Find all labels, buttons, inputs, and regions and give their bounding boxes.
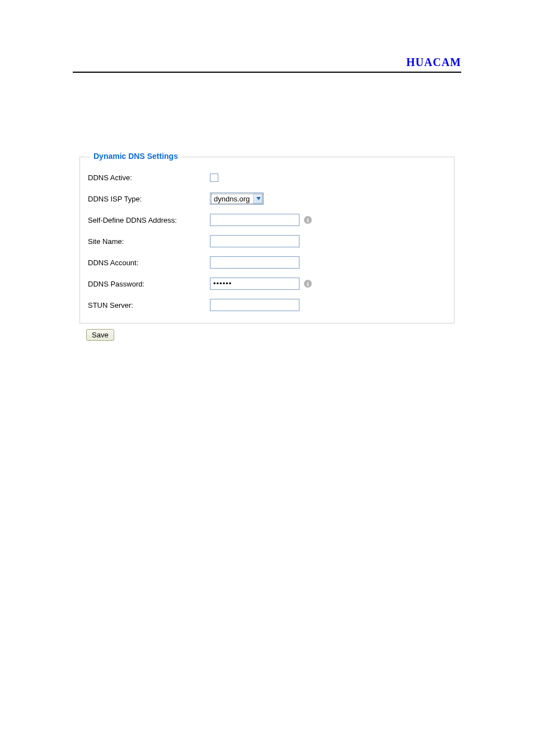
label-ddns-password: DDNS Password: — [88, 280, 210, 288]
select-value: dyndns.org — [210, 195, 253, 203]
save-row: Save — [86, 329, 455, 341]
label-ddns-active: DDNS Active: — [88, 173, 210, 182]
select-ddns-isp-type[interactable]: dyndns.org — [210, 192, 264, 205]
input-ddns-password[interactable]: •••••• — [210, 278, 299, 290]
header-bar: HUACAM — [73, 56, 461, 73]
save-button[interactable]: Save — [86, 329, 114, 341]
row-site-name: Site Name: — [88, 234, 446, 248]
row-ddns-account: DDNS Account: — [88, 256, 446, 269]
row-ddns-active: DDNS Active: — [88, 171, 446, 184]
input-site-name[interactable] — [210, 235, 299, 247]
label-ddns-account: DDNS Account: — [88, 259, 210, 267]
info-icon[interactable]: i — [304, 216, 312, 224]
info-icon[interactable]: i — [304, 280, 312, 288]
input-self-define-addr[interactable] — [210, 214, 299, 226]
chevron-down-icon — [253, 193, 263, 204]
row-ddns-password: DDNS Password: •••••• i — [88, 277, 446, 290]
fieldset-legend: Dynamic DNS Settings — [90, 152, 181, 161]
checkbox-ddns-active[interactable] — [210, 173, 218, 182]
content: Dynamic DNS Settings DDNS Active: DDNS I… — [79, 157, 455, 341]
ddns-settings-fieldset: Dynamic DNS Settings DDNS Active: DDNS I… — [79, 157, 455, 323]
row-self-define-addr: Self-Define DDNS Address: i — [88, 213, 446, 227]
label-site-name: Site Name: — [88, 237, 210, 246]
label-stun-server: STUN Server: — [88, 301, 210, 309]
input-stun-server[interactable] — [210, 299, 299, 311]
brand-logo: HUACAM — [406, 56, 461, 68]
page: HUACAM Dynamic DNS Settings DDNS Active:… — [0, 0, 534, 341]
label-ddns-isp-type: DDNS ISP Type: — [88, 195, 210, 203]
row-stun-server: STUN Server: — [88, 298, 446, 312]
row-ddns-isp-type: DDNS ISP Type: dyndns.org — [88, 192, 446, 205]
label-self-define-addr: Self-Define DDNS Address: — [88, 216, 210, 224]
input-ddns-account[interactable] — [210, 256, 299, 269]
